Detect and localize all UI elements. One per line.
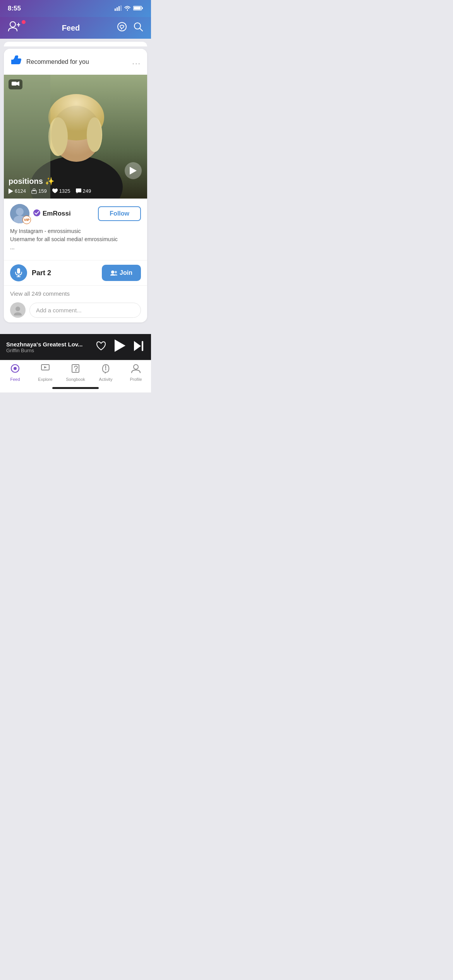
nav-item-profile[interactable]: Profile	[121, 363, 151, 382]
svg-rect-34	[17, 268, 20, 274]
now-playing-controls	[96, 339, 145, 355]
heart-button[interactable]	[96, 341, 106, 353]
join-label: Join	[120, 269, 132, 276]
part-label: Part 2	[32, 269, 51, 277]
artist-left: VIP EmRossi	[10, 204, 71, 223]
wifi-icon	[124, 5, 131, 12]
svg-point-52	[76, 370, 77, 372]
svg-point-42	[15, 307, 20, 311]
svg-rect-1	[117, 7, 118, 11]
vip-badge: VIP	[22, 216, 31, 224]
play-button[interactable]	[115, 339, 125, 355]
video-likes: 1325	[52, 188, 70, 194]
svg-point-55	[134, 365, 138, 369]
svg-rect-46	[142, 341, 143, 351]
follow-button[interactable]: Follow	[98, 206, 141, 221]
top-separator	[4, 42, 147, 46]
recommended-left: Recommended for you	[10, 54, 89, 69]
svg-point-7	[10, 22, 15, 27]
svg-rect-0	[115, 9, 116, 11]
svg-marker-44	[115, 339, 125, 352]
video-play-button[interactable]	[125, 162, 142, 179]
artist-name-row: EmRossi	[33, 209, 71, 218]
profile-label: Profile	[130, 377, 142, 382]
artist-bio: My Instagram - emrossimusicUsername for …	[10, 227, 141, 252]
status-icons	[115, 5, 143, 12]
svg-marker-50	[44, 366, 47, 368]
nav-item-activity[interactable]: Activity	[91, 363, 121, 382]
join-button[interactable]: Join	[102, 265, 141, 281]
video-title: positions ✨	[9, 176, 124, 186]
add-friend-icon[interactable]	[8, 22, 20, 34]
status-bar: 8:55	[0, 0, 151, 17]
view-comments-link[interactable]: View all 249 comments	[10, 290, 141, 297]
svg-point-54	[105, 369, 106, 370]
video-thumbnail[interactable]: positions ✨ 6124 159 1325 249	[4, 75, 147, 199]
home-indicator	[0, 383, 151, 392]
svg-marker-26	[130, 167, 137, 175]
chat-icon[interactable]	[117, 22, 127, 34]
explore-label: Explore	[38, 377, 52, 382]
status-time: 8:55	[8, 5, 21, 12]
comment-avatar	[10, 302, 26, 318]
songbook-icon	[70, 363, 81, 376]
comment-input[interactable]: Add a comment...	[29, 303, 141, 318]
nav-bar: Feed	[0, 17, 151, 39]
nav-title: Feed	[62, 24, 80, 33]
svg-rect-6	[134, 7, 141, 9]
part-row: Part 2 Join	[4, 260, 147, 285]
now-playing-artist: Griffin Burns	[6, 348, 91, 353]
home-bar	[52, 387, 99, 389]
svg-point-22	[51, 106, 101, 164]
svg-rect-5	[142, 7, 143, 9]
thumbs-up-icon	[10, 54, 22, 69]
more-options-button[interactable]: ...	[132, 57, 141, 66]
svg-marker-45	[134, 341, 141, 351]
songbook-label: Songbook	[66, 377, 85, 382]
artist-name-group: EmRossi	[33, 209, 71, 218]
video-info: positions ✨ 6124 159 1325 249	[9, 176, 124, 194]
activity-icon	[101, 363, 111, 376]
svg-point-48	[14, 367, 17, 370]
artist-section: VIP EmRossi Follow My Instagram - emross…	[4, 199, 147, 260]
svg-point-39	[115, 271, 117, 273]
now-playing-info: Snezhnaya's Greatest Lov... Griffin Burn…	[6, 341, 91, 353]
avatar-container: VIP	[10, 204, 29, 223]
video-plays: 6124	[9, 188, 26, 194]
recommended-label: Recommended for you	[26, 58, 89, 65]
svg-marker-25	[17, 81, 19, 86]
comment-input-row: Add a comment...	[10, 302, 141, 318]
svg-rect-24	[12, 82, 17, 86]
feed-icon	[10, 363, 20, 376]
svg-point-40	[114, 274, 117, 276]
svg-rect-3	[120, 5, 122, 11]
next-button[interactable]	[134, 341, 145, 353]
feed-label: Feed	[10, 377, 20, 382]
nav-left[interactable]	[8, 21, 25, 35]
svg-rect-2	[118, 6, 120, 11]
svg-line-12	[140, 28, 142, 31]
battery-icon	[133, 5, 143, 12]
video-camera-badge	[9, 79, 22, 89]
mic-avatar	[10, 264, 27, 281]
svg-point-31	[16, 208, 24, 216]
bottom-nav: Feed Explore Songbook Activity Profile	[0, 360, 151, 383]
nav-item-songbook[interactable]: Songbook	[60, 363, 91, 382]
nav-item-feed[interactable]: Feed	[0, 363, 30, 382]
part-left: Part 2	[10, 264, 51, 281]
now-playing-title: Snezhnaya's Greatest Lov...	[6, 341, 91, 348]
profile-icon	[131, 363, 141, 376]
search-icon[interactable]	[133, 22, 143, 34]
now-playing-bar: Snezhnaya's Greatest Lov... Griffin Burn…	[0, 334, 151, 360]
svg-rect-13	[11, 60, 13, 64]
video-gifts: 159	[31, 188, 47, 194]
explore-icon	[40, 363, 50, 376]
comments-section: View all 249 comments Add a comment...	[4, 285, 147, 322]
svg-point-10	[118, 22, 126, 31]
signal-icon	[115, 5, 122, 12]
nav-item-explore[interactable]: Explore	[30, 363, 60, 382]
notification-badge	[22, 20, 26, 24]
nav-right-icons	[117, 22, 143, 34]
video-comments: 249	[76, 188, 91, 194]
video-stats: 6124 159 1325 249	[9, 188, 124, 194]
